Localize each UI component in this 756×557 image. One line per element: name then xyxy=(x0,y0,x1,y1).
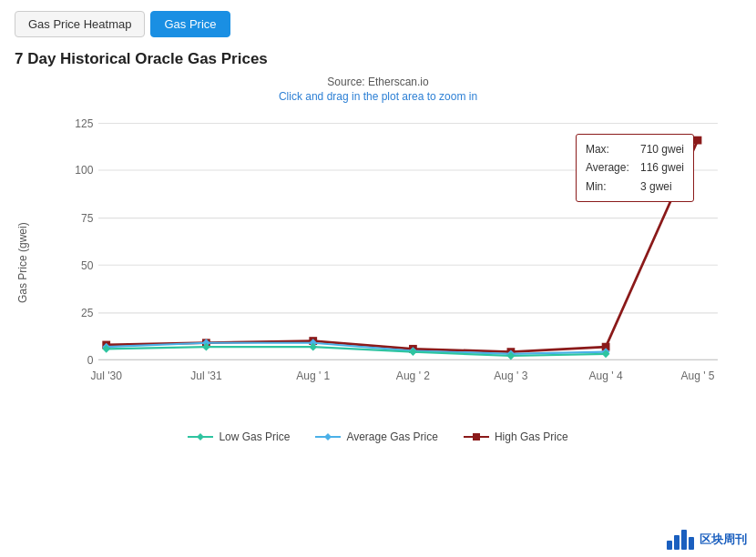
legend-low-icon xyxy=(188,431,213,442)
legend-avg-icon xyxy=(315,431,341,442)
chart-instruction: Click and drag in the plot area to zoom … xyxy=(15,90,741,103)
legend-low: Low Gas Price xyxy=(188,430,290,443)
chart-source: Source: Etherscan.io xyxy=(15,76,741,88)
tooltip-avg-value: 116 gwei xyxy=(640,158,684,177)
tooltip-max-row: Max: 710 gwei xyxy=(586,140,684,158)
chart-svg-container[interactable]: Max: 710 gwei Average: 116 gwei Min: 3 g… xyxy=(35,108,741,421)
tooltip-avg-row: Average: 116 gwei xyxy=(586,158,684,177)
legend-avg-label: Average Gas Price xyxy=(346,430,438,443)
high-marker-6 xyxy=(694,137,702,145)
main-container: Gas Price Heatmap Gas Price 7 Day Histor… xyxy=(0,0,756,557)
y-axis-label: Gas Price (gwei) xyxy=(15,108,31,418)
legend-high-label: High Gas Price xyxy=(495,430,568,443)
watermark-icon xyxy=(667,530,694,550)
watermark-text: 区块周刊 xyxy=(700,532,747,548)
svg-marker-21 xyxy=(197,433,204,441)
tooltip-max-value: 710 gwei xyxy=(640,140,684,158)
legend: Low Gas Price Average Gas Price High Gas… xyxy=(15,430,741,443)
svg-text:75: 75 xyxy=(81,212,94,225)
watermark-bar-4 xyxy=(689,537,694,550)
tooltip-max-label: Max: xyxy=(586,140,635,158)
tooltip-avg-label: Average: xyxy=(586,158,635,177)
tooltip-min-label: Min: xyxy=(586,177,635,196)
legend-low-label: Low Gas Price xyxy=(219,430,290,443)
svg-text:Aug ' 3: Aug ' 3 xyxy=(494,370,527,382)
svg-text:50: 50 xyxy=(81,259,94,272)
svg-text:25: 25 xyxy=(81,307,94,319)
page-title: 7 Day Historical Oracle Gas Prices xyxy=(15,50,741,68)
svg-text:Aug ' 4: Aug ' 4 xyxy=(589,370,623,382)
watermark-bar-1 xyxy=(667,541,672,550)
legend-avg: Average Gas Price xyxy=(315,430,438,443)
svg-text:Aug ' 2: Aug ' 2 xyxy=(396,370,430,382)
tab-gas-price[interactable]: Gas Price xyxy=(150,11,230,37)
tooltip-box: Max: 710 gwei Average: 116 gwei Min: 3 g… xyxy=(576,134,694,202)
tab-bar: Gas Price Heatmap Gas Price xyxy=(15,11,741,37)
svg-text:0: 0 xyxy=(87,354,94,367)
chart-area: Source: Etherscan.io Click and drag in t… xyxy=(15,76,741,443)
svg-text:125: 125 xyxy=(75,117,93,130)
svg-rect-25 xyxy=(473,433,480,441)
svg-text:Aug ' 1: Aug ' 1 xyxy=(296,370,330,382)
svg-text:Jul '31: Jul '31 xyxy=(190,370,222,382)
legend-high: High Gas Price xyxy=(464,430,568,443)
svg-marker-23 xyxy=(324,433,332,441)
legend-high-icon xyxy=(464,431,489,442)
svg-text:100: 100 xyxy=(75,164,93,177)
tooltip-min-row: Min: 3 gwei xyxy=(586,177,684,196)
watermark-bar-3 xyxy=(681,530,687,550)
watermark: 区块周刊 xyxy=(667,530,747,550)
chart-wrapper: Gas Price (gwei) Max: 710 gwei Average: … xyxy=(15,108,741,421)
tab-heatmap[interactable]: Gas Price Heatmap xyxy=(15,11,145,37)
svg-text:Jul '30: Jul '30 xyxy=(90,370,122,382)
svg-text:Aug ' 5: Aug ' 5 xyxy=(680,370,714,382)
watermark-bar-2 xyxy=(674,535,679,550)
tooltip-min-value: 3 gwei xyxy=(640,177,672,196)
